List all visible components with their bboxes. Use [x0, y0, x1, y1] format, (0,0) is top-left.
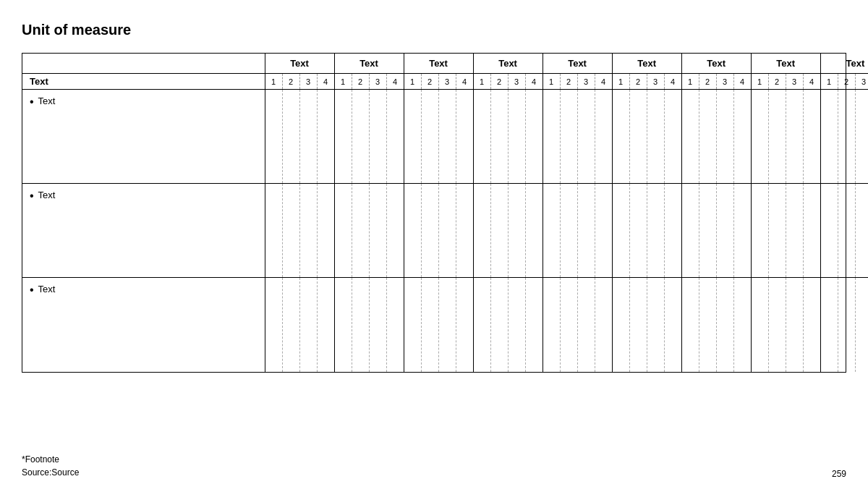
r3-g2-s2 [352, 278, 369, 372]
sub-1-g4: 1 [473, 74, 490, 90]
r3-g5-s2 [560, 278, 577, 372]
group-header-3: Text [404, 54, 473, 74]
bullet-icon: • [30, 190, 34, 202]
r2-g3-s4 [456, 184, 473, 278]
sub-2-g3: 2 [421, 74, 438, 90]
r3-g4-s1 [473, 278, 490, 372]
group-header-9: Text [820, 54, 868, 74]
r1-g9-s3 [855, 90, 868, 184]
r2-g3-s3 [438, 184, 456, 278]
r1-g8-s3 [786, 90, 803, 184]
bullet-icon: • [30, 284, 34, 296]
r2-g1-s2 [282, 184, 299, 278]
r3-g3-s1 [404, 278, 421, 372]
sub-1-g7: 1 [681, 74, 699, 90]
r2-g4-s4 [525, 184, 542, 278]
r3-g6-s3 [647, 278, 664, 372]
r3-g7-s4 [733, 278, 751, 372]
r3-g6-s4 [664, 278, 681, 372]
sub-2-g5: 2 [560, 74, 577, 90]
r2-g2-s1 [334, 184, 352, 278]
r3-g1-s1 [265, 278, 282, 372]
r3-g5-s1 [542, 278, 560, 372]
sub-4-g8: 4 [803, 74, 820, 90]
table-row: • Text [22, 278, 868, 372]
r3-g2-s3 [369, 278, 386, 372]
r2-g2-s4 [386, 184, 404, 278]
sub-4-g2: 4 [386, 74, 404, 90]
page-number: 259 [832, 469, 846, 479]
r3-g6-s2 [629, 278, 647, 372]
r2-g8-s4 [803, 184, 820, 278]
sub-4-g5: 4 [595, 74, 612, 90]
r3-g4-s3 [508, 278, 525, 372]
r2-g8-s3 [786, 184, 803, 278]
page-container: Unit of measure Text T [0, 0, 868, 492]
r2-g8-s2 [768, 184, 786, 278]
r2-g7-s2 [699, 184, 716, 278]
r3-g1-s3 [299, 278, 317, 372]
sub-2-g9: 2 [838, 74, 855, 90]
row-2-label: • Text [22, 184, 265, 278]
r1-g1-s2 [282, 90, 299, 184]
r1-g2-s4 [386, 90, 404, 184]
r2-g9-s1 [820, 184, 838, 278]
r1-g8-s4 [803, 90, 820, 184]
r3-g6-s1 [612, 278, 629, 372]
r1-g2-s1 [334, 90, 352, 184]
row-3-text: Text [38, 284, 56, 294]
r1-g6-s4 [664, 90, 681, 184]
r1-g1-s3 [299, 90, 317, 184]
r1-g5-s1 [542, 90, 560, 184]
main-table: Text Text Text Text Text Text Text Text … [22, 54, 868, 372]
r3-g2-s4 [386, 278, 404, 372]
r1-g6-s1 [612, 90, 629, 184]
sub-3-g7: 3 [716, 74, 733, 90]
r1-g4-s3 [508, 90, 525, 184]
r1-g1-s4 [317, 90, 334, 184]
r1-g8-s2 [768, 90, 786, 184]
r1-g6-s3 [647, 90, 664, 184]
r1-g9-s2 [838, 90, 855, 184]
r1-g5-s2 [560, 90, 577, 184]
r2-g4-s3 [508, 184, 525, 278]
r2-g5-s4 [595, 184, 612, 278]
r3-g7-s2 [699, 278, 716, 372]
sub-3-g6: 3 [647, 74, 664, 90]
r3-g3-s3 [438, 278, 456, 372]
r1-g5-s3 [577, 90, 595, 184]
r3-g8-s3 [786, 278, 803, 372]
r1-g3-s2 [421, 90, 438, 184]
r2-g6-s3 [647, 184, 664, 278]
bullet-icon: • [30, 96, 34, 108]
r2-g5-s1 [542, 184, 560, 278]
group-header-1: Text [265, 54, 334, 74]
r3-g7-s1 [681, 278, 699, 372]
sub-3-g5: 3 [577, 74, 595, 90]
r2-g7-s1 [681, 184, 699, 278]
r2-g4-s2 [490, 184, 508, 278]
group-header-6: Text [612, 54, 681, 74]
r1-g3-s4 [456, 90, 473, 184]
r2-g5-s3 [577, 184, 595, 278]
r1-g6-s2 [629, 90, 647, 184]
r3-g3-s4 [456, 278, 473, 372]
header-label-cell: Text [22, 74, 265, 90]
r1-g8-s1 [751, 90, 768, 184]
sub-1-g3: 1 [404, 74, 421, 90]
footnote-area: *Footnote Source:Source [22, 453, 79, 479]
sub-2-g1: 2 [282, 74, 299, 90]
sub-4-g4: 4 [525, 74, 542, 90]
sub-1-g6: 1 [612, 74, 629, 90]
sub-2-g6: 2 [629, 74, 647, 90]
r1-g7-s1 [681, 90, 699, 184]
r3-g7-s3 [716, 278, 733, 372]
sub-3-g1: 3 [299, 74, 317, 90]
r2-g1-s1 [265, 184, 282, 278]
sub-3-g8: 3 [786, 74, 803, 90]
sub-4-g3: 4 [456, 74, 473, 90]
r1-g9-s1 [820, 90, 838, 184]
r1-g2-s3 [369, 90, 386, 184]
r2-g2-s2 [352, 184, 369, 278]
sub-1-g8: 1 [751, 74, 768, 90]
